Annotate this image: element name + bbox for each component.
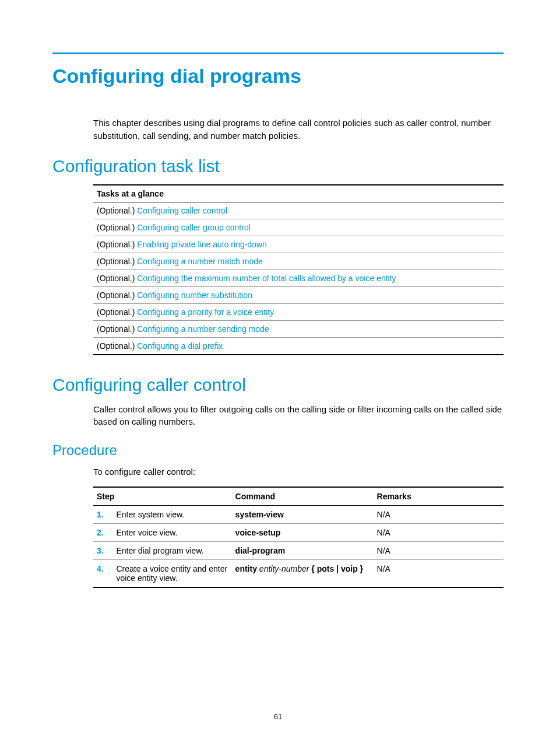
step-command: dial-program <box>232 541 374 559</box>
optional-label: (Optional.) <box>97 274 137 283</box>
step-remarks: N/A <box>374 541 504 559</box>
task-cell: (Optional.) Configuring caller group con… <box>93 219 504 236</box>
command-argument: entity-number <box>257 564 311 573</box>
caller-control-paragraph: Caller control allows you to filter outg… <box>52 403 504 429</box>
optional-label: (Optional.) <box>97 341 137 351</box>
task-link[interactable]: Configuring number substitution <box>137 290 252 300</box>
task-row: (Optional.) Configuring a number match m… <box>93 253 504 270</box>
step-remarks: N/A <box>374 505 504 523</box>
step-number: 1. <box>93 505 112 523</box>
col-header-step: Step <box>93 487 232 506</box>
task-cell: (Optional.) Configuring a number match m… <box>93 253 504 270</box>
task-link[interactable]: Configuring the maximum number of total … <box>137 274 396 283</box>
page-title: Configuring dial programs <box>52 65 504 88</box>
page-number: 61 <box>0 712 556 721</box>
task-row: (Optional.) Configuring the maximum numb… <box>93 270 504 286</box>
task-row: (Optional.) Configuring caller group con… <box>93 219 504 236</box>
task-cell: (Optional.) Configuring a priority for a… <box>93 303 504 320</box>
task-row: (Optional.) Configuring a dial prefix <box>93 337 504 355</box>
command-keyword: entity <box>235 564 257 573</box>
procedure-row: 2.Enter voice view.voice-setupN/A <box>93 523 504 541</box>
task-link[interactable]: Configuring a priority for a voice entit… <box>137 307 274 317</box>
task-cell: (Optional.) Enabling private line auto r… <box>93 236 504 253</box>
col-header-command: Command <box>232 487 374 506</box>
step-command: voice-setup <box>232 523 374 541</box>
task-link[interactable]: Configuring a number sending mode <box>137 324 269 334</box>
step-number: 2. <box>93 523 112 541</box>
step-description: Enter system view. <box>112 505 231 523</box>
optional-label: (Optional.) <box>97 307 137 317</box>
task-link[interactable]: Configuring a dial prefix <box>137 341 223 351</box>
procedure-intro: To configure caller control: <box>52 466 504 478</box>
top-rule <box>52 52 504 54</box>
step-remarks: N/A <box>374 559 504 587</box>
procedure-row: 3.Enter dial program view.dial-programN/… <box>93 541 504 559</box>
col-header-remarks: Remarks <box>374 487 504 506</box>
task-row: (Optional.) Configuring a number sending… <box>93 320 504 337</box>
command-keyword: voice-setup <box>235 528 281 537</box>
document-page: Configuring dial programs This chapter d… <box>0 0 556 756</box>
step-description: Create a voice entity and enter voice en… <box>112 559 231 587</box>
task-cell: (Optional.) Configuring caller control <box>93 202 504 219</box>
section-heading-task-list: Configuration task list <box>52 156 504 176</box>
procedure-row: 1.Enter system view.system-viewN/A <box>93 505 504 523</box>
optional-label: (Optional.) <box>97 324 137 334</box>
command-keyword: dial-program <box>235 546 286 555</box>
command-keyword: { pots | voip } <box>311 564 363 573</box>
step-remarks: N/A <box>374 523 504 541</box>
subsection-heading-procedure: Procedure <box>52 442 504 459</box>
task-cell: (Optional.) Configuring number substitut… <box>93 286 504 303</box>
section-heading-caller-control: Configuring caller control <box>52 375 504 395</box>
step-number: 3. <box>93 541 112 559</box>
task-row: (Optional.) Enabling private line auto r… <box>93 236 504 253</box>
optional-label: (Optional.) <box>97 257 137 266</box>
task-cell: (Optional.) Configuring the maximum numb… <box>93 270 504 286</box>
tasks-table: Tasks at a glance (Optional.) Configurin… <box>93 184 504 355</box>
optional-label: (Optional.) <box>97 206 137 215</box>
command-keyword: system-view <box>235 510 284 519</box>
step-description: Enter dial program view. <box>112 541 231 559</box>
optional-label: (Optional.) <box>97 223 137 232</box>
step-command: system-view <box>232 505 374 523</box>
step-description: Enter voice view. <box>112 523 231 541</box>
step-number: 4. <box>93 559 112 587</box>
task-row: (Optional.) Configuring caller control <box>93 202 504 219</box>
task-cell: (Optional.) Configuring a number sending… <box>93 320 504 337</box>
intro-paragraph: This chapter describes using dial progra… <box>52 117 504 142</box>
procedure-table: Step Command Remarks 1.Enter system view… <box>93 487 504 588</box>
task-row: (Optional.) Configuring number substitut… <box>93 286 504 303</box>
tasks-header: Tasks at a glance <box>93 185 504 202</box>
optional-label: (Optional.) <box>97 240 137 249</box>
step-command: entity entity-number { pots | voip } <box>232 559 374 587</box>
task-link[interactable]: Configuring caller group control <box>137 223 251 232</box>
procedure-row: 4.Create a voice entity and enter voice … <box>93 559 504 587</box>
task-link[interactable]: Enabling private line auto ring-down <box>137 240 267 249</box>
task-cell: (Optional.) Configuring a dial prefix <box>93 337 504 355</box>
optional-label: (Optional.) <box>97 290 137 300</box>
task-link[interactable]: Configuring a number match mode <box>137 257 263 266</box>
task-link[interactable]: Configuring caller control <box>137 206 227 215</box>
task-row: (Optional.) Configuring a priority for a… <box>93 303 504 320</box>
